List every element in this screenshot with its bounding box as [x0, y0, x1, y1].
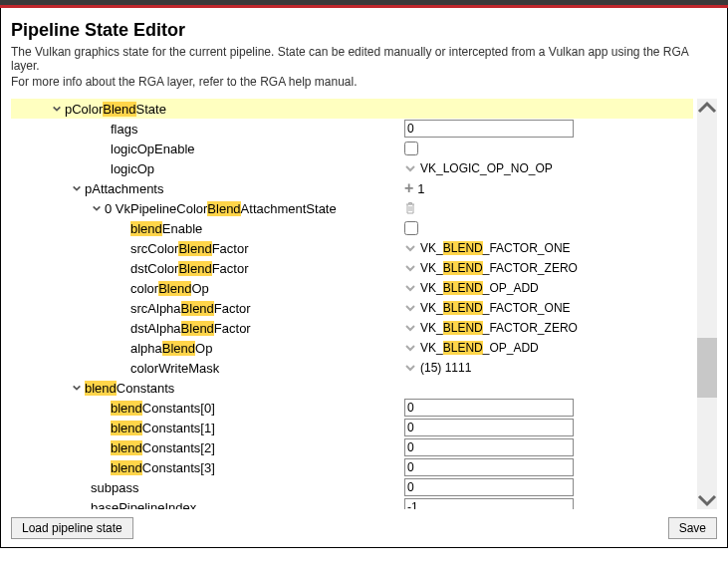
- property-label: dstColorBlendFactor: [130, 261, 249, 276]
- dropdown-value[interactable]: VK_LOGIC_OP_NO_OP: [420, 161, 553, 175]
- tree-row: pAttachments+1: [11, 178, 693, 198]
- tree-row: blendConstants: [11, 378, 693, 398]
- property-label: blendEnable: [130, 221, 202, 236]
- property-label: basePipelineIndex: [91, 500, 196, 510]
- app-titlebar: [0, 0, 728, 8]
- tree-row: srcColorBlendFactorVK_BLEND_FACTOR_ONE: [11, 238, 693, 258]
- dropdown-value[interactable]: VK_BLEND_FACTOR_ZERO: [420, 261, 578, 275]
- property-label: subpass: [91, 480, 138, 495]
- property-label: srcColorBlendFactor: [130, 241, 249, 256]
- value-input[interactable]: [404, 438, 574, 456]
- tree-row: blendConstants[3]: [11, 457, 693, 477]
- expand-chevron-icon[interactable]: [51, 104, 63, 114]
- dropdown-chevron-icon[interactable]: [404, 322, 416, 334]
- dropdown-chevron-icon[interactable]: [404, 282, 416, 294]
- tree-row: 0 VkPipelineColorBlendAttachmentState: [11, 198, 693, 218]
- tree-row: logicOpVK_LOGIC_OP_NO_OP: [11, 158, 693, 178]
- dropdown-value[interactable]: (15) 1111: [420, 361, 471, 375]
- dropdown-value[interactable]: VK_BLEND_OP_ADD: [420, 341, 539, 355]
- property-label: logicOpEnable: [111, 142, 195, 156]
- value-checkbox[interactable]: [404, 142, 418, 155]
- dropdown-value[interactable]: VK_BLEND_FACTOR_ONE: [420, 241, 571, 255]
- add-item-icon[interactable]: +: [404, 182, 413, 194]
- property-label: blendConstants[1]: [111, 421, 215, 435]
- property-label: colorBlendOp: [130, 281, 209, 296]
- expand-chevron-icon[interactable]: [71, 383, 83, 393]
- tree-row: alphaBlendOpVK_BLEND_OP_ADD: [11, 338, 693, 358]
- property-label: pAttachments: [85, 181, 164, 196]
- scrollbar-thumb[interactable]: [697, 338, 717, 398]
- value-checkbox[interactable]: [404, 221, 418, 235]
- tree-row: dstColorBlendFactorVK_BLEND_FACTOR_ZERO: [11, 258, 693, 278]
- tree-row: blendConstants[2]: [11, 437, 693, 457]
- property-label: 0 VkPipelineColorBlendAttachmentState: [105, 201, 337, 216]
- tree-row: dstAlphaBlendFactorVK_BLEND_FACTOR_ZERO: [11, 318, 693, 338]
- dropdown-chevron-icon[interactable]: [404, 342, 416, 354]
- property-label: blendConstants: [85, 381, 174, 396]
- tree-row: logicOpEnable: [11, 139, 693, 158]
- property-label: blendConstants[0]: [111, 401, 215, 416]
- dropdown-chevron-icon[interactable]: [404, 362, 416, 374]
- value-input[interactable]: [404, 419, 574, 436]
- expand-chevron-icon[interactable]: [71, 183, 83, 193]
- tree-container: pColorBlendStateflagslogicOpEnablelogicO…: [11, 99, 717, 509]
- page-title: Pipeline State Editor: [11, 20, 717, 41]
- item-count: 1: [417, 181, 424, 196]
- page-desc-2: For more info about the RGA layer, refer…: [11, 75, 717, 89]
- dropdown-value[interactable]: VK_BLEND_FACTOR_ONE: [420, 301, 571, 315]
- tree-row: blendEnable: [11, 218, 693, 238]
- tree-row: blendConstants[0]: [11, 398, 693, 418]
- page-desc-1: The Vulkan graphics state for the curren…: [11, 45, 717, 73]
- value-input[interactable]: [404, 478, 574, 496]
- dropdown-chevron-icon[interactable]: [404, 302, 416, 314]
- property-label: flags: [111, 122, 137, 137]
- property-label: logicOp: [111, 161, 154, 176]
- scroll-down-arrow[interactable]: [697, 491, 717, 509]
- tree-row: srcAlphaBlendFactorVK_BLEND_FACTOR_ONE: [11, 298, 693, 318]
- value-input[interactable]: [404, 399, 574, 417]
- tree-row: subpass: [11, 477, 693, 497]
- property-label: colorWriteMask: [130, 361, 219, 376]
- footer-bar: Load pipeline state Save: [11, 517, 717, 539]
- tree-row: pColorBlendState: [11, 99, 693, 119]
- load-pipeline-button[interactable]: Load pipeline state: [11, 517, 133, 539]
- expand-chevron-icon[interactable]: [91, 203, 103, 213]
- property-label: dstAlphaBlendFactor: [130, 321, 251, 336]
- editor-panel: Pipeline State Editor The Vulkan graphic…: [0, 8, 728, 548]
- vertical-scrollbar[interactable]: [697, 99, 717, 509]
- tree-row: colorBlendOpVK_BLEND_OP_ADD: [11, 278, 693, 298]
- value-input[interactable]: [404, 120, 574, 138]
- property-label: srcAlphaBlendFactor: [130, 301, 251, 316]
- value-input[interactable]: [404, 458, 574, 476]
- save-button[interactable]: Save: [668, 517, 717, 539]
- tree-row: colorWriteMask(15) 1111: [11, 358, 693, 378]
- value-input[interactable]: [404, 498, 574, 509]
- tree-row: blendConstants[1]: [11, 418, 693, 437]
- property-label: alphaBlendOp: [130, 341, 212, 356]
- tree-row: basePipelineIndex: [11, 497, 693, 509]
- dropdown-chevron-icon[interactable]: [404, 162, 416, 174]
- dropdown-value[interactable]: VK_BLEND_OP_ADD: [420, 281, 539, 295]
- scroll-up-arrow[interactable]: [697, 99, 717, 117]
- dropdown-chevron-icon[interactable]: [404, 242, 416, 254]
- delete-item-icon[interactable]: [404, 201, 416, 215]
- dropdown-chevron-icon[interactable]: [404, 262, 416, 274]
- property-tree: pColorBlendStateflagslogicOpEnablelogicO…: [11, 99, 717, 509]
- property-label: blendConstants[2]: [111, 440, 215, 455]
- property-label: blendConstants[3]: [111, 460, 215, 475]
- property-label: pColorBlendState: [65, 102, 166, 117]
- tree-row: flags: [11, 119, 693, 139]
- dropdown-value[interactable]: VK_BLEND_FACTOR_ZERO: [420, 321, 578, 335]
